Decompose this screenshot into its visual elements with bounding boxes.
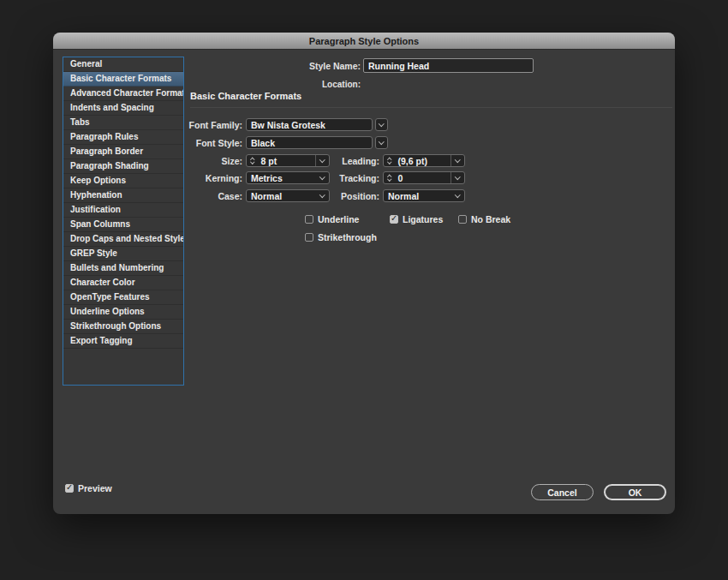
position-value: Normal <box>384 191 451 201</box>
font-style-dropdown-button[interactable] <box>375 136 388 149</box>
no-break-checkbox-group[interactable]: ✓ No Break <box>458 214 510 224</box>
checkmark-icon: ✓ <box>66 482 73 492</box>
underline-checkbox-group[interactable]: ✓ Underline <box>305 214 359 224</box>
position-select[interactable]: Normal <box>383 189 465 202</box>
sidebar-item-bullets-and-numbering[interactable]: Bullets and Numbering <box>63 261 183 276</box>
case-label: Case: <box>218 191 242 201</box>
sidebar-item-general[interactable]: General <box>63 57 183 72</box>
sidebar-item-hyphenation[interactable]: Hyphenation <box>63 188 183 203</box>
style-name-input[interactable] <box>363 58 534 73</box>
ligatures-checkbox-label: Ligatures <box>403 214 443 224</box>
preview-checkbox[interactable]: ✓ <box>65 484 74 493</box>
leading-value: (9,6 pt) <box>394 156 451 166</box>
font-family-value: Bw Nista Grotesk <box>247 120 372 130</box>
sidebar-item-indents-and-spacing[interactable]: Indents and Spacing <box>63 101 183 116</box>
sidebar-item-character-color[interactable]: Character Color <box>63 276 183 290</box>
chevron-down-icon <box>319 174 325 179</box>
sidebar-item-drop-caps-and-nested-styles[interactable]: Drop Caps and Nested Styles <box>63 232 183 247</box>
section-separator <box>190 107 672 108</box>
chevron-down-icon <box>455 157 460 162</box>
preview-checkbox-group[interactable]: ✓ Preview <box>65 483 112 493</box>
sidebar-item-underline-options[interactable]: Underline Options <box>63 305 183 320</box>
case-dropdown-button[interactable] <box>315 190 329 201</box>
chevron-down-icon <box>379 139 384 144</box>
font-family-select[interactable]: Bw Nista Grotesk <box>246 118 373 131</box>
font-family-label: Font Family: <box>189 120 242 130</box>
leading-stepper[interactable] <box>384 158 394 163</box>
desktop-background: { "window": { "title": "Paragraph Style … <box>0 0 728 580</box>
underline-checkbox-label: Underline <box>318 214 359 224</box>
ligatures-checkbox[interactable]: ✓ <box>390 215 398 224</box>
section-title: Basic Character Formats <box>190 91 301 101</box>
chevron-down-icon <box>319 157 325 162</box>
size-label: Size: <box>221 156 242 166</box>
strikethrough-checkbox-label: Strikethrough <box>318 232 377 242</box>
sidebar-item-advanced-character-formats[interactable]: Advanced Character Formats <box>63 87 183 101</box>
sidebar-item-grep-style[interactable]: GREP Style <box>63 247 183 261</box>
tracking-combobox[interactable]: 0 <box>383 171 465 184</box>
sidebar-item-tabs[interactable]: Tabs <box>63 116 183 130</box>
position-dropdown-button[interactable] <box>451 190 464 201</box>
tracking-value: 0 <box>394 173 451 183</box>
paragraph-style-options-dialog: Paragraph Style Options General Basic Ch… <box>53 33 675 514</box>
case-select[interactable]: Normal <box>246 189 330 202</box>
ligatures-checkbox-group[interactable]: ✓ Ligatures <box>390 214 443 224</box>
strikethrough-checkbox-group[interactable]: ✓ Strikethrough <box>305 232 377 242</box>
case-value: Normal <box>247 191 315 201</box>
size-value: 8 pt <box>257 156 316 166</box>
kerning-dropdown-button[interactable] <box>315 172 329 183</box>
sidebar-item-keep-options[interactable]: Keep Options <box>63 174 183 188</box>
no-break-checkbox[interactable]: ✓ <box>458 215 467 224</box>
kerning-select[interactable]: Metrics <box>246 171 330 184</box>
sidebar-item-paragraph-border[interactable]: Paragraph Border <box>63 145 183 159</box>
tracking-label: Tracking: <box>339 173 379 183</box>
sidebar-item-export-tagging[interactable]: Export Tagging <box>63 334 183 349</box>
sidebar-item-basic-character-formats[interactable]: Basic Character Formats <box>63 72 183 87</box>
font-family-dropdown-button[interactable] <box>375 118 388 131</box>
tracking-stepper[interactable] <box>384 176 394 180</box>
kerning-label: Kerning: <box>206 173 242 183</box>
underline-checkbox[interactable]: ✓ <box>305 215 313 224</box>
no-break-checkbox-label: No Break <box>471 214 510 224</box>
kerning-value: Metrics <box>247 173 315 183</box>
font-style-label: Font Style: <box>196 138 242 148</box>
dialog-title: Paragraph Style Options <box>309 36 419 46</box>
size-dropdown-button[interactable] <box>315 155 329 166</box>
sidebar-item-paragraph-rules[interactable]: Paragraph Rules <box>63 130 183 145</box>
font-style-value: Black <box>247 138 372 148</box>
sidebar-item-strikethrough-options[interactable]: Strikethrough Options <box>63 320 183 334</box>
font-style-select[interactable]: Black <box>246 136 373 149</box>
size-stepper[interactable] <box>247 158 257 163</box>
sidebar-item-span-columns[interactable]: Span Columns <box>63 218 183 232</box>
style-name-label: Style Name: <box>309 61 361 71</box>
chevron-down-icon <box>455 192 460 197</box>
leading-label: Leading: <box>342 156 379 166</box>
sidebar-item-justification[interactable]: Justification <box>63 203 183 218</box>
leading-combobox[interactable]: (9,6 pt) <box>383 154 465 167</box>
position-label: Position: <box>341 191 379 201</box>
style-options-sidebar: General Basic Character Formats Advanced… <box>63 57 184 386</box>
chevron-down-icon <box>379 121 384 126</box>
chevron-down-icon <box>455 174 460 179</box>
cancel-button[interactable]: Cancel <box>531 484 594 500</box>
strikethrough-checkbox[interactable]: ✓ <box>305 233 313 242</box>
ok-button[interactable]: OK <box>604 484 666 500</box>
sidebar-item-paragraph-shading[interactable]: Paragraph Shading <box>63 159 183 174</box>
location-label: Location: <box>322 80 361 89</box>
checkmark-icon: ✓ <box>391 213 397 223</box>
tracking-dropdown-button[interactable] <box>451 172 464 183</box>
preview-checkbox-label: Preview <box>78 483 112 493</box>
size-combobox[interactable]: 8 pt <box>246 154 330 167</box>
chevron-down-icon <box>319 192 325 197</box>
sidebar-item-opentype-features[interactable]: OpenType Features <box>63 290 183 305</box>
leading-dropdown-button[interactable] <box>451 155 464 166</box>
dialog-titlebar[interactable]: Paragraph Style Options <box>53 33 675 50</box>
